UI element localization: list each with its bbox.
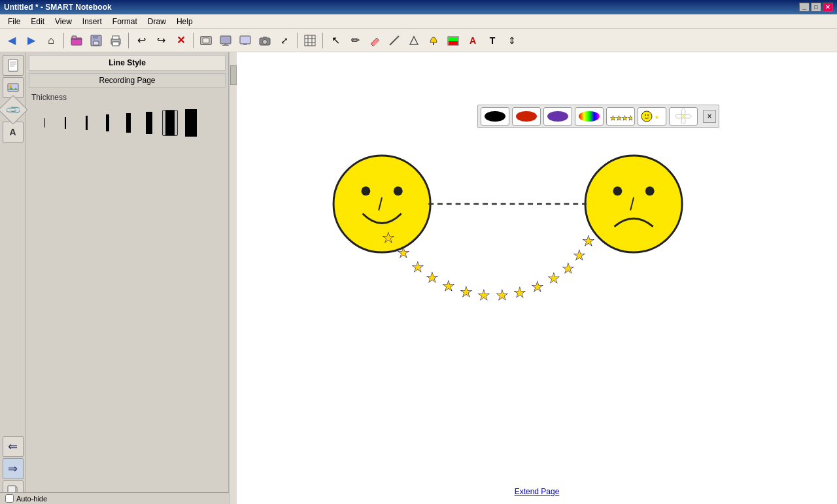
svg-rect-32 (8, 84, 18, 92)
left-panel: Line Style Recording Page Thickness (26, 52, 229, 504)
svg-point-43 (647, 114, 649, 116)
thickness-18[interactable] (183, 110, 199, 136)
svg-text:★: ★ (460, 284, 473, 300)
save-button[interactable] (87, 31, 105, 50)
svg-text:★: ★ (477, 287, 490, 303)
stamp-purple-oval[interactable] (543, 107, 572, 126)
svg-point-16 (263, 39, 267, 44)
svg-point-51 (362, 186, 371, 195)
menu-file[interactable]: File (3, 16, 26, 27)
display-button[interactable] (216, 31, 235, 50)
menu-format[interactable]: Format (107, 16, 143, 27)
svg-rect-4 (94, 41, 99, 45)
print-button[interactable] (107, 31, 125, 50)
scroll-thumb[interactable] (230, 65, 237, 85)
stamp-toolbar: ★★★★ ★ (477, 105, 719, 128)
sep5 (322, 33, 323, 48)
thickness-label: Thickness (26, 90, 228, 105)
svg-text:★: ★ (411, 259, 424, 275)
title-text: Untitled * - SMART Notebook (4, 3, 112, 12)
svg-point-46 (681, 109, 685, 115)
camera-button[interactable] (256, 31, 274, 50)
sep1 (63, 33, 64, 48)
svg-rect-25 (449, 41, 458, 45)
attachment-button[interactable]: 📎 (0, 95, 27, 124)
stamp-red-oval[interactable] (512, 107, 541, 126)
svg-text:★: ★ (531, 278, 544, 295)
home-button[interactable]: ⌂ (42, 31, 60, 50)
autohide-label[interactable]: Auto-hide (16, 495, 47, 503)
minimize-button[interactable]: _ (799, 3, 810, 12)
thickness-10[interactable] (141, 110, 157, 136)
more-button[interactable]: ⇕ (503, 31, 521, 50)
close-button[interactable]: ✕ (823, 3, 833, 12)
text-color-button[interactable]: A (464, 31, 482, 50)
menu-edit[interactable]: Edit (26, 16, 50, 27)
stamp-close-button[interactable]: × (703, 110, 716, 123)
line-button[interactable] (385, 31, 403, 50)
maximize-button[interactable]: □ (811, 3, 821, 12)
svg-rect-14 (243, 44, 247, 45)
extend-page-link[interactable]: Extend Page (515, 487, 560, 496)
thickness-7[interactable] (120, 110, 136, 136)
back-button[interactable]: ◀ (3, 31, 21, 50)
main-layout: 📎 A ⇐ ⇒ Line Style Recording Page Thickn… (0, 52, 837, 504)
eraser-button[interactable] (366, 31, 384, 50)
nav-left[interactable]: ⇐ (3, 436, 24, 457)
svg-point-41 (641, 111, 652, 122)
select-button[interactable]: ↖ (326, 31, 345, 50)
menu-help[interactable]: Help (171, 16, 198, 27)
svg-text:★: ★ (573, 247, 586, 263)
shape-button[interactable] (405, 31, 423, 50)
open-button[interactable] (67, 31, 86, 50)
title-controls: _ □ ✕ (799, 3, 833, 12)
scroll-area[interactable] (229, 52, 237, 504)
svg-point-37 (516, 111, 537, 122)
undo-button[interactable]: ↩ (132, 31, 150, 50)
smiley-sad (585, 156, 682, 252)
screen-capture-button[interactable] (197, 31, 215, 50)
menu-draw[interactable]: Draw (143, 16, 171, 27)
menu-view[interactable]: View (50, 16, 77, 27)
svg-point-33 (9, 85, 12, 88)
svg-text:★: ★ (547, 270, 560, 286)
thickness-1[interactable] (37, 110, 52, 136)
svg-rect-1 (72, 36, 77, 39)
pen-button[interactable]: ✏ (346, 31, 364, 50)
svg-text:★: ★ (513, 284, 526, 301)
redo-button[interactable]: ↪ (152, 31, 170, 50)
resize-button[interactable]: ⤢ (275, 31, 294, 50)
svg-rect-13 (240, 36, 250, 44)
stamp-stars[interactable]: ★★★★ (606, 107, 635, 126)
thickness-3[interactable] (78, 110, 94, 136)
svg-rect-12 (222, 45, 229, 46)
stamp-flower[interactable] (669, 107, 698, 126)
display2-button[interactable] (236, 31, 254, 50)
svg-point-42 (645, 114, 646, 116)
titlebar: Untitled * - SMART Notebook _ □ ✕ (0, 0, 837, 14)
text-obj-button[interactable]: A (3, 122, 24, 143)
page-preview-button[interactable] (3, 55, 24, 76)
nav-right[interactable]: ⇒ (3, 458, 24, 479)
line-style-header[interactable]: Line Style (29, 55, 226, 71)
svg-rect-9 (203, 38, 209, 43)
page-recording-header[interactable]: Recording Page (29, 73, 226, 88)
stamp-black-oval[interactable] (481, 107, 509, 126)
toolbar: ◀ ▶ ⌂ ↩ ↪ ✕ ⤢ ↖ ✏ (0, 29, 837, 52)
color-fill-button[interactable] (444, 31, 462, 50)
text-button[interactable]: T (483, 31, 502, 50)
fill-button[interactable] (424, 31, 443, 50)
delete-button[interactable]: ✕ (171, 31, 190, 50)
svg-rect-6 (112, 36, 119, 39)
menu-insert[interactable]: Insert (77, 16, 107, 27)
thickness-14[interactable] (162, 110, 178, 136)
forward-button[interactable]: ▶ (22, 31, 41, 50)
thickness-2[interactable] (58, 110, 73, 136)
stamp-rainbow-oval[interactable] (575, 107, 604, 126)
svg-text:★: ★ (655, 114, 659, 120)
thickness-5[interactable] (99, 110, 115, 136)
autohide-checkbox[interactable] (5, 494, 14, 503)
stamp-smiley-stars[interactable]: ★ (638, 107, 666, 126)
svg-point-36 (485, 111, 505, 122)
table-button[interactable] (301, 31, 319, 50)
